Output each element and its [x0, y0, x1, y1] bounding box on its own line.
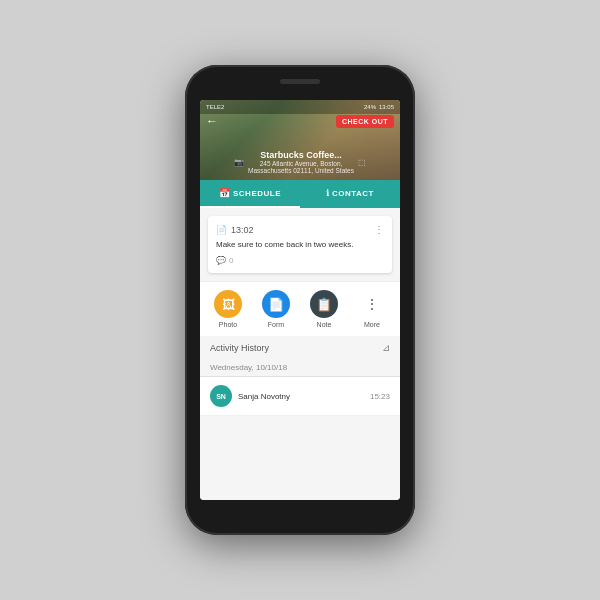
status-time: 13:05: [379, 104, 394, 110]
activity-section: Activity History ⊿ Wednesday, 10/10/18 S…: [200, 336, 400, 416]
activity-header: Activity History ⊿: [200, 336, 400, 359]
action-form[interactable]: 📄 Form: [262, 290, 290, 328]
contact-icon: ℹ: [326, 188, 329, 198]
schedule-icon: 📅: [219, 188, 230, 198]
more-dots-icon: ⋮: [358, 290, 386, 318]
status-battery: 24%: [364, 104, 376, 110]
form-icon: 📄: [268, 297, 284, 312]
checkout-button[interactable]: CHECK OUT: [336, 115, 394, 128]
phone-screen: TELE2 24% 13:05 ← CHECK OUT 📷 Starbucks …: [200, 100, 400, 500]
comment-icon: 💬: [216, 256, 226, 265]
card-menu-icon[interactable]: ⋮: [374, 224, 384, 235]
avatar: SN: [210, 385, 232, 407]
comment-count: 0: [229, 256, 233, 265]
activity-date: Wednesday, 10/10/18: [200, 359, 400, 377]
hero-info: 📷 Starbucks Coffee... 245 Atlantic Avenu…: [200, 150, 400, 174]
activity-time: 15:23: [370, 392, 390, 401]
phone-device: TELE2 24% 13:05 ← CHECK OUT 📷 Starbucks …: [185, 65, 415, 535]
card-time: 13:02: [231, 225, 254, 235]
hero-text-block: Starbucks Coffee... 245 Atlantic Avenue,…: [248, 150, 354, 174]
tab-schedule-label: SCHEDULE: [233, 189, 281, 198]
note-icon-circle: 📋: [310, 290, 338, 318]
card-doc-icon: 📄: [216, 225, 227, 235]
phone-speaker: [280, 79, 320, 84]
action-note[interactable]: 📋 Note: [310, 290, 338, 328]
form-icon-circle: 📄: [262, 290, 290, 318]
tab-contact-label: CONTACT: [332, 189, 374, 198]
back-button[interactable]: ←: [206, 114, 218, 128]
status-bar: TELE2 24% 13:05: [200, 100, 400, 114]
form-label: Form: [268, 321, 284, 328]
action-more[interactable]: ⋮ More: [358, 290, 386, 328]
card-footer: 💬 0: [216, 256, 384, 265]
card-note: Make sure to come back in two weeks.: [216, 239, 384, 250]
hero-image: TELE2 24% 13:05 ← CHECK OUT 📷 Starbucks …: [200, 100, 400, 180]
activity-title: Activity History: [210, 343, 269, 353]
more-label: More: [364, 321, 380, 328]
status-right: 24% 13:05: [364, 104, 394, 110]
tab-contact[interactable]: ℹ CONTACT: [300, 180, 400, 208]
photo-label: Photo: [219, 321, 237, 328]
note-label: Note: [317, 321, 332, 328]
activity-item: SN Sanja Novotny 15:23: [200, 377, 400, 416]
actions-row: 🖼 Photo 📄 Form 📋 Note ⋮: [200, 281, 400, 336]
schedule-card: 📄 13:02 ⋮ Make sure to come back in two …: [208, 216, 392, 273]
status-carrier: TELE2: [206, 104, 224, 110]
activity-user-name: Sanja Novotny: [238, 392, 364, 401]
photo-icon-circle: 🖼: [214, 290, 242, 318]
card-header: 📄 13:02 ⋮: [216, 224, 384, 235]
business-address-line2: Massachusetts 02111, United States: [248, 167, 354, 174]
camera-icon: 📷: [234, 158, 244, 167]
filter-icon[interactable]: ⊿: [382, 342, 390, 353]
card-time-row: 📄 13:02: [216, 225, 254, 235]
content-area: 📄 13:02 ⋮ Make sure to come back in two …: [200, 208, 400, 500]
tab-schedule[interactable]: 📅 SCHEDULE: [200, 180, 300, 208]
business-name: Starbucks Coffee...: [248, 150, 354, 160]
note-icon: 📋: [316, 297, 332, 312]
photo-icon: 🖼: [222, 297, 235, 312]
expand-icon: ⬚: [358, 158, 366, 167]
action-photo[interactable]: 🖼 Photo: [214, 290, 242, 328]
business-address-line1: 245 Atlantic Avenue, Boston,: [248, 160, 354, 167]
tab-bar: 📅 SCHEDULE ℹ CONTACT: [200, 180, 400, 208]
